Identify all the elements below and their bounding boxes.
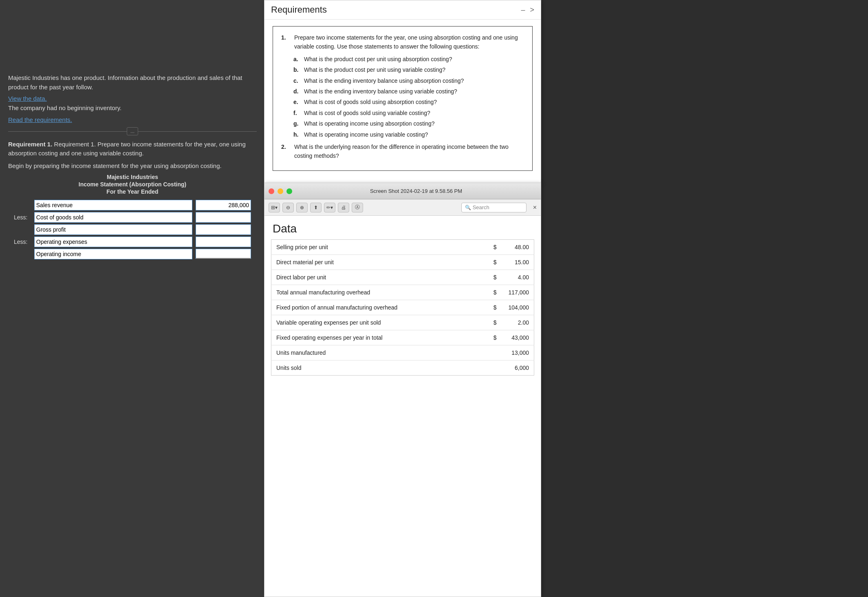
table-row: Units manufactured 13,000 <box>271 345 534 360</box>
data-dollar-total-mfg-overhead: $ <box>489 285 502 300</box>
req-sub-text-f: What is cost of goods sold using variabl… <box>304 108 430 117</box>
search-placeholder: Search <box>473 204 489 210</box>
data-dollar-direct-material: $ <box>489 255 502 270</box>
cogs-label[interactable] <box>34 212 192 223</box>
req-sub-a: a. What is the product cost per unit usi… <box>293 55 524 64</box>
read-requirements-link[interactable]: Read the requirements. <box>8 116 257 123</box>
no-inventory-text: The company had no beginning inventory. <box>8 104 257 113</box>
data-panel-close-button[interactable]: × <box>533 204 537 211</box>
data-value-units-manufactured: 13,000 <box>502 345 534 360</box>
requirements-titlebar: Requirements – > <box>264 0 541 20</box>
req-sub-text-a: What is the product cost per unit using … <box>304 55 452 64</box>
income-statement: Majestic Industries Income Statement (Ab… <box>8 174 257 260</box>
req-sub-text-d: What is the ending inventory balance usi… <box>304 87 457 96</box>
minimize-button[interactable]: – <box>521 6 525 14</box>
requirements-panel: Requirements – > 1. Prepare two income s… <box>264 0 541 184</box>
data-label-units-sold: Units sold <box>271 360 489 376</box>
table-row <box>12 199 253 211</box>
req-sub-text-g: What is operating income using absorptio… <box>304 119 435 128</box>
operating-expenses-value[interactable] <box>196 237 251 247</box>
req-sub-e: e. What is cost of goods sold using abso… <box>293 97 524 106</box>
statement-period: For the Year Ended <box>12 188 253 195</box>
table-row: Fixed operating expenses per year in tot… <box>271 330 534 345</box>
data-label-selling-price: Selling price per unit <box>271 240 489 255</box>
data-value-var-operating-exp: 2.00 <box>502 315 534 330</box>
data-value-direct-material: 15.00 <box>502 255 534 270</box>
mac-window-title: Screen Shot 2024-02-19 at 9.58.56 PM <box>295 188 537 194</box>
req-sub-label-c: c. <box>293 76 300 85</box>
table-row: Total annual manufacturing overhead $ 11… <box>271 285 534 300</box>
toolbar-grid-button[interactable]: ⊞▾ <box>269 203 280 212</box>
data-value-selling-price: 48.00 <box>502 240 534 255</box>
toolbar-zoom-in-button[interactable]: ⊕ <box>296 203 308 212</box>
data-titlebar: Screen Shot 2024-02-19 at 9.58.56 PM <box>264 183 541 199</box>
gross-profit-value[interactable] <box>196 224 251 235</box>
req-sub-text-e: What is cost of goods sold using absorpt… <box>304 97 437 106</box>
req-sub-label-h: h. <box>293 130 300 139</box>
table-row: Fixed portion of annual manufacturing ov… <box>271 300 534 315</box>
table-row: Direct material per unit $ 15.00 <box>271 255 534 270</box>
operating-expenses-label[interactable] <box>34 237 192 247</box>
req-sub-label-e: e. <box>293 97 300 106</box>
req-sub-label-a: a. <box>293 55 300 64</box>
operating-income-value[interactable] <box>196 249 251 259</box>
toolbar-share-button[interactable]: ⬆ <box>310 203 322 212</box>
operating-income-label[interactable] <box>34 249 192 259</box>
data-value-units-sold: 6,000 <box>502 360 534 376</box>
data-table: Selling price per unit $ 48.00 Direct ma… <box>271 239 534 376</box>
data-title: Data <box>264 216 541 239</box>
data-panel: Screen Shot 2024-02-19 at 9.58.56 PM ⊞▾ … <box>264 183 541 597</box>
req-sub-g: g. What is operating income using absorp… <box>293 119 524 128</box>
requirement-text: Requirement 1. Requirement 1. Prepare tw… <box>8 140 257 158</box>
req-sub-c: c. What is the ending inventory balance … <box>293 76 524 85</box>
data-value-total-mfg-overhead: 117,000 <box>502 285 534 300</box>
divider-dots: ... <box>127 127 138 135</box>
req-sub-d: d. What is the ending inventory balance … <box>293 87 524 96</box>
req-sub-f: f. What is cost of goods sold using vari… <box>293 108 524 117</box>
left-content: Majestic Industries has one product. Inf… <box>0 65 265 268</box>
req-item-2: 2. What is the underlying reason for the… <box>281 142 524 161</box>
table-row: Direct labor per unit $ 4.00 <box>271 270 534 285</box>
table-row <box>12 248 253 260</box>
req-sub-h: h. What is operating income using variab… <box>293 130 524 139</box>
data-dollar-direct-labor: $ <box>489 270 502 285</box>
search-box[interactable]: 🔍 Search <box>461 203 527 212</box>
data-label-var-operating-exp: Variable operating expenses per unit sol… <box>271 315 489 330</box>
data-label-total-mfg-overhead: Total annual manufacturing overhead <box>271 285 489 300</box>
toolbar-zoom-out-button[interactable]: ⊖ <box>282 203 294 212</box>
requirements-title: Requirements <box>271 4 327 15</box>
sales-revenue-label[interactable] <box>34 200 192 210</box>
req-num-2: 2. <box>281 142 289 161</box>
mac-maximize-button[interactable] <box>286 188 292 194</box>
req-item-1: 1. Prepare two income statements for the… <box>281 33 524 51</box>
company-name: Majestic Industries <box>12 174 253 180</box>
less-label-cogs: Less: <box>12 211 33 223</box>
req-text-1: Prepare two income statements for the ye… <box>294 33 524 51</box>
intro-text: Majestic Industries has one product. Inf… <box>8 73 257 92</box>
cogs-value[interactable] <box>196 212 251 223</box>
less-label-opex: Less: <box>12 236 33 248</box>
toolbar-edit-button[interactable]: ✏▾ <box>324 203 335 212</box>
search-icon: 🔍 <box>465 205 471 210</box>
toolbar-a-button[interactable]: Ⓐ <box>352 203 363 212</box>
req-sub-b: b. What is the product cost per unit usi… <box>293 65 524 74</box>
req-sub-label-f: f. <box>293 108 300 117</box>
table-row: Less: <box>12 211 253 223</box>
expand-button[interactable]: > <box>530 6 534 14</box>
sales-revenue-value[interactable] <box>196 200 251 210</box>
data-value-fixed-mfg-overhead: 104,000 <box>502 300 534 315</box>
req-sub-text-h: What is operating income using variable … <box>304 130 428 139</box>
data-table-container: Selling price per unit $ 48.00 Direct ma… <box>264 239 541 376</box>
data-label-fixed-operating-exp: Fixed operating expenses per year in tot… <box>271 330 489 345</box>
view-data-link[interactable]: View the data. <box>8 95 257 102</box>
mac-minimize-button[interactable] <box>278 188 283 194</box>
requirements-content: 1. Prepare two income statements for the… <box>264 20 541 178</box>
gross-profit-label[interactable] <box>34 224 192 235</box>
req-sub-label-b: b. <box>293 65 300 74</box>
table-row <box>12 223 253 236</box>
left-panel: Majestic Industries has one product. Inf… <box>0 0 265 597</box>
data-value-fixed-operating-exp: 43,000 <box>502 330 534 345</box>
mac-close-button[interactable] <box>269 188 274 194</box>
toolbar-print-button[interactable]: 🖨 <box>338 203 349 212</box>
data-dollar-fixed-mfg-overhead: $ <box>489 300 502 315</box>
